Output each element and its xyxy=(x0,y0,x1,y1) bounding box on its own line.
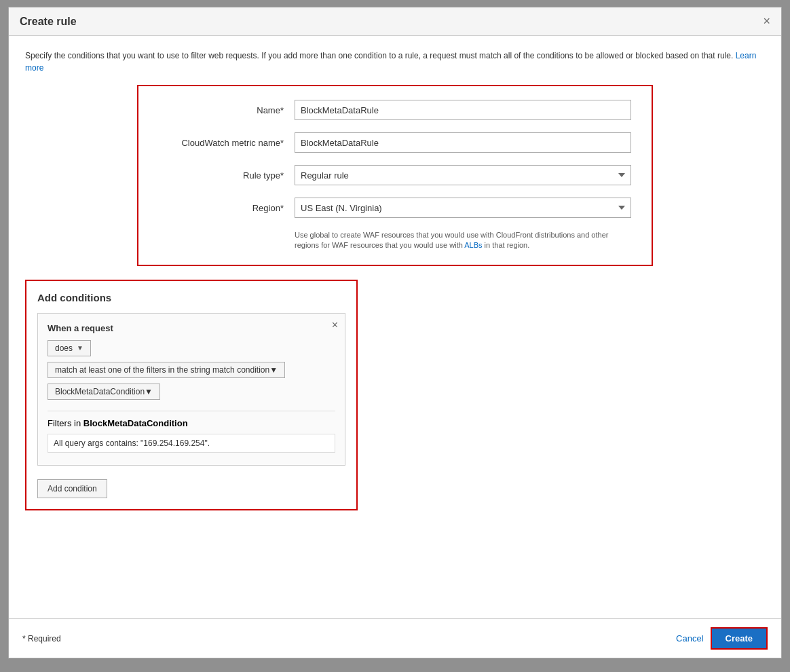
modal-header: Create rule × xyxy=(9,7,781,36)
condition-close-button[interactable]: × xyxy=(332,319,338,331)
filter-arrow-icon: ▼ xyxy=(269,365,278,375)
modal-footer: * Required Cancel Create xyxy=(9,618,781,658)
region-hint: Use global to create WAF resources that … xyxy=(295,230,631,251)
footer-actions: Cancel Create xyxy=(676,627,768,650)
add-conditions-section: Add conditions × When a request does ▼ xyxy=(25,280,358,510)
region-label: Region* xyxy=(159,203,295,213)
modal-close-button[interactable]: × xyxy=(763,14,770,29)
condition-arrow-icon: ▼ xyxy=(145,387,153,396)
cloudwatch-input[interactable] xyxy=(295,132,631,153)
modal-title: Create rule xyxy=(20,16,77,28)
name-row: Name* xyxy=(159,100,631,120)
name-input[interactable] xyxy=(295,100,631,120)
modal-body: Specify the conditions that you want to … xyxy=(9,36,781,618)
cancel-button[interactable]: Cancel xyxy=(676,633,703,643)
description-text: Specify the conditions that you want to … xyxy=(25,50,765,74)
cloudwatch-row: CloudWatch metric name* xyxy=(159,132,631,153)
modal-overlay: Create rule × Specify the conditions tha… xyxy=(0,0,790,672)
name-label: Name* xyxy=(159,105,295,115)
filters-title: Filters in BlockMetaDataCondition xyxy=(48,418,335,428)
required-label: * Required xyxy=(22,634,61,643)
rule-type-label: Rule type* xyxy=(159,170,295,181)
cloudwatch-label: CloudWatch metric name* xyxy=(159,138,295,148)
form-section: Name* CloudWatch metric name* Rule type*… xyxy=(137,85,653,266)
condition-box: × When a request does ▼ match at least o… xyxy=(37,313,345,466)
when-request-label: When a request xyxy=(48,323,335,333)
filter-item: All query args contains: "169.254.169.25… xyxy=(48,434,335,453)
create-rule-modal: Create rule × Specify the conditions tha… xyxy=(8,7,782,658)
condition-name-dropdown[interactable]: BlockMetaDataCondition ▼ xyxy=(48,384,160,400)
rule-type-select[interactable]: Regular rule Rate-based rule xyxy=(295,165,631,185)
rule-type-row: Rule type* Regular rule Rate-based rule xyxy=(159,165,631,185)
add-condition-button[interactable]: Add condition xyxy=(37,479,107,498)
create-button[interactable]: Create xyxy=(711,627,768,650)
albs-link[interactable]: ALBs xyxy=(464,241,482,249)
does-dropdown[interactable]: does ▼ xyxy=(48,340,91,356)
region-row: Region* US East (N. Virginia) Global xyxy=(159,198,631,218)
filter-match-dropdown[interactable]: match at least one of the filters in the… xyxy=(48,362,285,378)
add-conditions-title: Add conditions xyxy=(37,292,345,303)
does-arrow-icon: ▼ xyxy=(77,344,83,352)
filters-section: Filters in BlockMetaDataCondition All qu… xyxy=(48,411,335,453)
region-select[interactable]: US East (N. Virginia) Global xyxy=(295,198,631,218)
